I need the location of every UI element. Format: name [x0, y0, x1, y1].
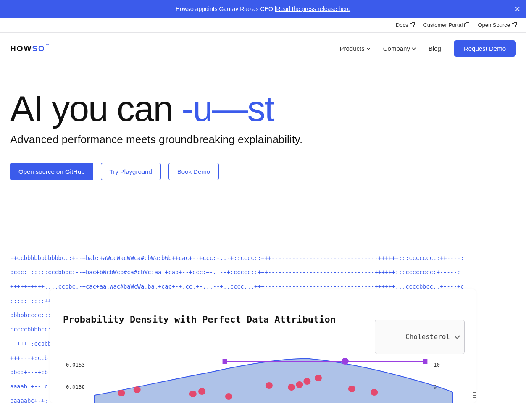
svg-point-3 — [342, 358, 349, 365]
svg-point-13 — [315, 375, 322, 381]
hero: AI you can -u—st Advanced performance me… — [0, 64, 526, 197]
external-link-icon — [410, 23, 414, 27]
github-button[interactable]: Open source on GitHub — [10, 163, 93, 180]
book-demo-button[interactable]: Book Demo — [168, 163, 219, 180]
svg-point-9 — [266, 382, 273, 389]
ascii-background: -+ccbbbbbbbbbbbcc:+--+bab:+aWccWacWWca#c… — [0, 247, 526, 403]
hero-heading: AI you can -u—st — [10, 89, 516, 127]
chart-tool-icon[interactable] — [451, 384, 460, 392]
nav-company[interactable]: Company — [383, 45, 416, 52]
svg-point-4 — [118, 390, 125, 396]
svg-point-14 — [348, 386, 355, 392]
chevron-down-icon — [412, 47, 416, 50]
close-icon[interactable]: ✕ — [515, 5, 520, 13]
request-demo-button[interactable]: Request Demo — [454, 40, 516, 57]
svg-point-15 — [371, 389, 378, 396]
hero-subheading: Advanced performance meets groundbreakin… — [10, 133, 516, 146]
logo[interactable]: HOWSO™ — [10, 44, 50, 53]
customer-portal-link[interactable]: Customer Portal — [423, 22, 468, 28]
nav-products[interactable]: Products — [340, 45, 371, 52]
svg-point-5 — [134, 386, 141, 393]
playground-button[interactable]: Try Playground — [101, 163, 161, 180]
chevron-down-icon — [366, 47, 371, 50]
docs-link[interactable]: Docs — [396, 22, 414, 28]
svg-point-8 — [225, 393, 232, 400]
svg-rect-2 — [423, 359, 428, 364]
svg-point-7 — [198, 388, 205, 395]
main-nav: HOWSO™ Products Company Blog Request Dem… — [0, 33, 526, 64]
open-source-link[interactable]: Open Source — [478, 22, 516, 28]
announcement-banner: Howso appoints Gaurav Rao as CEO | Read … — [0, 0, 526, 18]
external-link-icon — [464, 23, 468, 27]
svg-point-12 — [303, 378, 310, 385]
external-link-icon — [512, 23, 516, 27]
banner-text: Howso appoints Gaurav Rao as CEO | — [176, 5, 276, 12]
chart-card: Probability Density with Perfect Data At… — [50, 289, 476, 403]
nav-blog[interactable]: Blog — [429, 45, 441, 52]
svg-rect-1 — [223, 359, 227, 364]
banner-link[interactable]: Read the press release here — [276, 5, 350, 12]
svg-point-11 — [296, 381, 303, 388]
svg-point-6 — [189, 391, 197, 397]
utility-nav: Docs Customer Portal Open Source — [0, 18, 526, 33]
svg-point-10 — [288, 384, 295, 391]
chart-plot — [74, 348, 432, 399]
